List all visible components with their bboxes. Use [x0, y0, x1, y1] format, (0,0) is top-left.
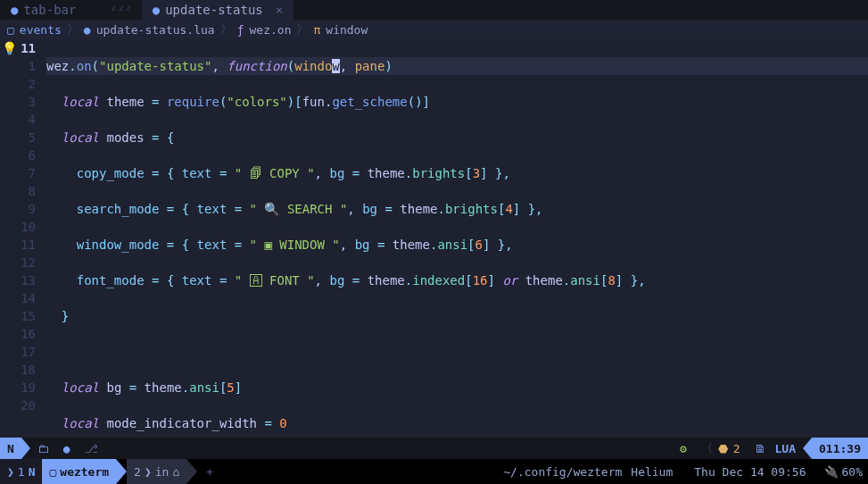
line-number: 8: [0, 182, 36, 200]
chevron-right-icon: 〉: [67, 21, 79, 38]
separator-icon: [186, 459, 197, 484]
line-number: 7: [0, 164, 36, 182]
terminal-tab-active[interactable]: ▢ wezterm: [42, 459, 116, 484]
line-number: 10: [0, 218, 36, 236]
line-number: 2: [0, 75, 36, 93]
tab-modified-icon: ●: [153, 3, 160, 17]
filetype-indicator: 🗎 LUA: [748, 438, 803, 459]
home-icon: ⌂: [172, 465, 179, 479]
folder-icon: ▢: [7, 23, 14, 37]
line-number: 5: [0, 129, 36, 146]
tab-inactive[interactable]: ● tab-bar ᶻᶻᶻ: [0, 0, 142, 20]
warning-icon: ⬣: [718, 442, 728, 455]
tab-icon: ●: [11, 3, 18, 17]
vim-mode-indicator: N: [0, 438, 21, 459]
tab-label: in: [155, 465, 169, 479]
session-number: 1: [18, 465, 25, 479]
battery-percent: 60%: [842, 465, 863, 479]
cwd-indicator: ~/.config/wezterm: [503, 465, 622, 479]
neovim-icon: N: [29, 465, 36, 479]
prompt-icon: ❯: [7, 465, 14, 479]
code-editor[interactable]: 💡11 1 2 3 4 5 6 7 8 9 10 11 12 13 14 15 …: [0, 39, 868, 438]
tab-number: 2: [134, 465, 141, 479]
tab-label: update-status: [165, 3, 263, 17]
close-icon[interactable]: ×: [276, 3, 283, 17]
function-icon: ƒ: [237, 23, 244, 37]
hostname-indicator: Helium: [622, 465, 682, 479]
separator-icon: [803, 438, 812, 459]
line-number: 17: [0, 343, 36, 361]
current-line-number: 11: [21, 41, 36, 55]
breadcrumb-param[interactable]: window: [326, 23, 368, 37]
lua-file-icon: ●: [84, 23, 91, 37]
tab-active[interactable]: ● update-status ×: [142, 0, 293, 20]
clock: Thu Dec 14 09:56: [682, 465, 818, 479]
line-number: 6: [0, 146, 36, 164]
folder-icon: ▢: [49, 465, 56, 479]
breadcrumb-folder[interactable]: events: [20, 23, 62, 37]
breadcrumb-function[interactable]: wez.on: [250, 23, 292, 37]
line-number: 14: [0, 289, 36, 307]
tab-label: wezterm: [60, 465, 109, 479]
new-tab-button[interactable]: +: [197, 465, 222, 479]
chevron-left-icon: 〈: [701, 440, 713, 456]
param-icon: π: [313, 23, 320, 37]
chevron-right-icon: 〉: [220, 21, 232, 38]
file-browser-icon[interactable]: 🗀: [30, 438, 56, 459]
line-number: 15: [0, 307, 36, 325]
terminal-tab[interactable]: 2 ❯ in ⌂: [127, 459, 186, 484]
oil-icon[interactable]: ●: [56, 438, 78, 459]
file-icon: 🗎: [755, 442, 766, 455]
text-cursor: w: [332, 59, 339, 73]
line-number: 13: [0, 271, 36, 289]
line-number: 4: [0, 111, 36, 129]
lightbulb-icon[interactable]: 💡: [2, 41, 17, 55]
chevron-right-icon: 〉: [296, 21, 308, 38]
line-number: 16: [0, 325, 36, 343]
battery-indicator: 🔌 60%: [819, 465, 868, 479]
line-number: 1: [0, 57, 36, 75]
git-branch-icon[interactable]: ⎇: [78, 438, 105, 459]
session-indicator[interactable]: ❯ 1 N: [0, 459, 42, 484]
line-number: 11: [0, 236, 36, 254]
separator-icon: [21, 438, 30, 459]
filetype-label: LUA: [775, 442, 796, 455]
separator-icon: [116, 459, 127, 484]
tab-label: tab-bar: [23, 3, 76, 17]
editor-tab-bar: ● tab-bar ᶻᶻᶻ ● update-status ×: [0, 0, 868, 20]
diagnostic-count: 2: [733, 442, 740, 455]
cursor-position: 011:39: [812, 438, 868, 459]
line-number: 20: [0, 396, 36, 414]
line-gutter: 💡11 1 2 3 4 5 6 7 8 9 10 11 12 13 14 15 …: [0, 39, 46, 438]
line-number: 3: [0, 93, 36, 111]
line-number: 18: [0, 361, 36, 379]
prompt-icon: ❯: [145, 465, 152, 479]
breadcrumb: ▢ events 〉 ● update-status.lua 〉 ƒ wez.o…: [0, 20, 868, 39]
diagnostics[interactable]: 〈 ⬣ 2: [694, 438, 748, 459]
line-number: 19: [0, 379, 36, 396]
breadcrumb-file[interactable]: update-status.lua: [96, 23, 215, 37]
sleep-indicator: ᶻᶻᶻ: [108, 3, 130, 17]
code-area[interactable]: wez.on("update-status", function(window,…: [46, 39, 868, 438]
lsp-status-icon[interactable]: ⚙: [673, 438, 694, 459]
line-number: 9: [0, 200, 36, 218]
plug-icon: 🔌: [824, 465, 839, 479]
line-number: 12: [0, 254, 36, 271]
